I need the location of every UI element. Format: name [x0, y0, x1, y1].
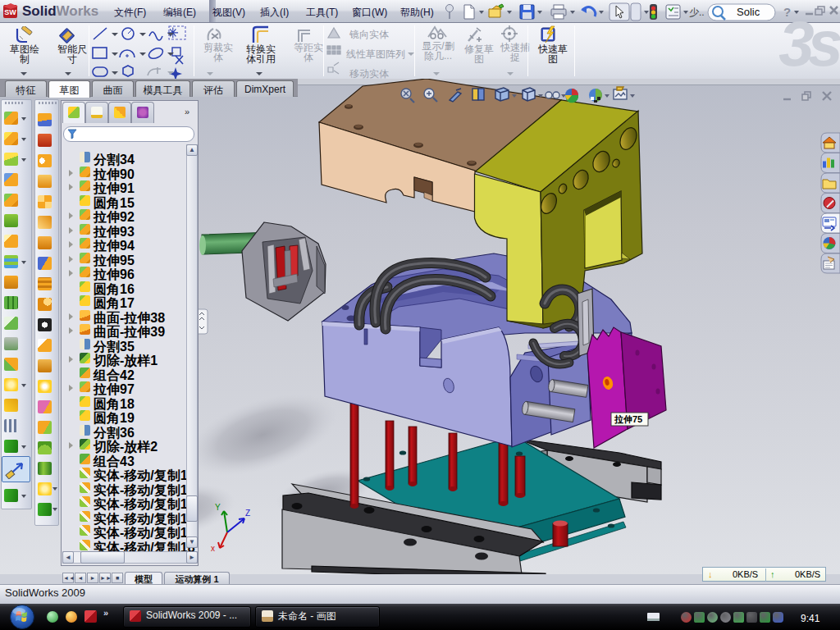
svg-text:Z: Z: [245, 509, 250, 518]
svg-text:Solic: Solic: [737, 6, 760, 18]
svg-text:Y: Y: [215, 503, 221, 512]
svg-text:少..: 少..: [689, 7, 705, 18]
svg-text:SW: SW: [4, 8, 16, 16]
svg-text:拉伸75: 拉伸75: [614, 414, 642, 424]
svg-text:x: x: [211, 544, 215, 553]
